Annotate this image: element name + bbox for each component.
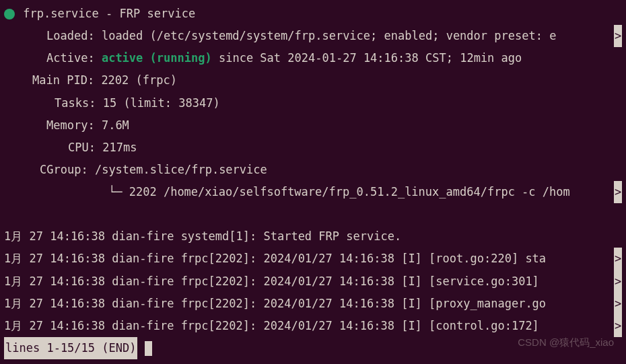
log-entry: 1月 27 14:16:38 dian-fire frpc[2202]: 202… xyxy=(4,252,546,265)
cpu-value: 217ms xyxy=(102,141,137,154)
log-entry: 1月 27 14:16:38 dian-fire frpc[2202]: 202… xyxy=(4,297,546,310)
log-entry: 1月 27 14:16:38 dian-fire frpc[2202]: 202… xyxy=(4,275,539,288)
service-description: FRP service xyxy=(120,7,196,20)
cgroup-label: CGroup: xyxy=(40,163,88,176)
overflow-indicator: > xyxy=(614,25,622,47)
memory-value: 7.6M xyxy=(102,118,129,132)
cpu-line: CPU: 217ms xyxy=(4,137,622,159)
blank-line xyxy=(4,203,622,225)
overflow-indicator: > xyxy=(614,181,622,203)
active-running: (running) xyxy=(150,51,212,65)
loaded-label: Loaded: xyxy=(46,29,95,42)
cgroup-process: 2202 /home/xiao/selfsoftware/frp_0.51.2_… xyxy=(129,185,570,198)
loaded-line: Loaded: loaded (/etc/systemd/system/frp.… xyxy=(4,25,622,47)
overflow-indicator: > xyxy=(614,315,622,337)
tasks-line: Tasks: 15 (limit: 38347) xyxy=(4,92,622,114)
tasks-label: Tasks: xyxy=(55,96,96,110)
log-line: 1月 27 14:16:38 dian-fire frpc[2202]: 202… xyxy=(4,270,622,293)
memory-line: Memory: 7.6M xyxy=(4,114,622,137)
service-title-line: frp.service - FRP service xyxy=(4,3,622,25)
cgroup-value: /system.slice/frp.service xyxy=(95,163,267,176)
log-entry: 1月 27 14:16:38 dian-fire systemd[1]: Sta… xyxy=(4,229,401,243)
pager-status-text: lines 1-15/15 (END) xyxy=(4,337,137,359)
cgroup-line: CGroup: /system.slice/frp.service xyxy=(4,159,622,181)
overflow-indicator: > xyxy=(614,270,622,293)
log-line: 1月 27 14:16:38 dian-fire frpc[2202]: 202… xyxy=(4,248,622,270)
active-status: active xyxy=(102,51,143,65)
log-line: 1月 27 14:16:38 dian-fire systemd[1]: Sta… xyxy=(4,225,622,248)
active-label: Active: xyxy=(46,51,95,65)
log-entry: 1月 27 14:16:38 dian-fire frpc[2202]: 202… xyxy=(4,319,539,332)
active-line: Active: active (running) since Sat 2024-… xyxy=(4,47,622,69)
overflow-indicator: > xyxy=(614,248,622,270)
loaded-value: loaded (/etc/systemd/system/frp.service;… xyxy=(102,29,557,42)
log-line: 1月 27 14:16:38 dian-fire frpc[2202]: 202… xyxy=(4,315,622,337)
status-indicator-dot xyxy=(4,9,15,20)
overflow-indicator: > xyxy=(614,293,622,315)
memory-label: Memory: xyxy=(46,118,95,132)
cgroup-process-line: └─ 2202 /home/xiao/selfsoftware/frp_0.51… xyxy=(4,181,622,203)
mainpid-value: 2202 (frpc) xyxy=(101,73,177,87)
cpu-label: CPU: xyxy=(68,141,96,154)
active-since: since Sat 2024-01-27 14:16:38 CST; 12min… xyxy=(219,51,522,65)
log-line: 1月 27 14:16:38 dian-fire frpc[2202]: 202… xyxy=(4,293,622,315)
tree-branch-icon: └─ xyxy=(108,185,122,198)
mainpid-line: Main PID: 2202 (frpc) xyxy=(4,69,622,92)
pager-status-line[interactable]: lines 1-15/15 (END) xyxy=(4,337,622,359)
cursor-icon xyxy=(145,341,152,356)
service-name: frp.service xyxy=(23,7,99,20)
tasks-value: 15 (limit: 38347) xyxy=(103,96,220,110)
mainpid-label: Main PID: xyxy=(32,73,94,87)
